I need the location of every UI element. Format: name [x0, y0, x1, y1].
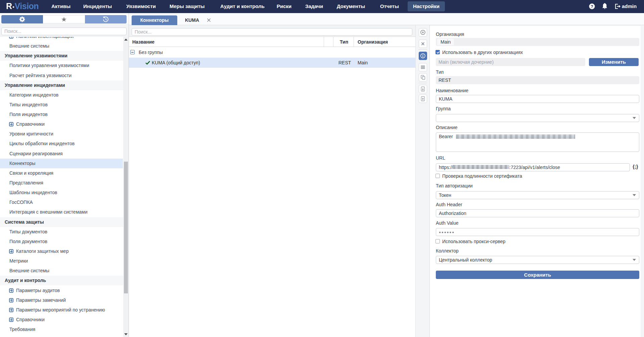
svg-text:?: ? [591, 4, 593, 9]
